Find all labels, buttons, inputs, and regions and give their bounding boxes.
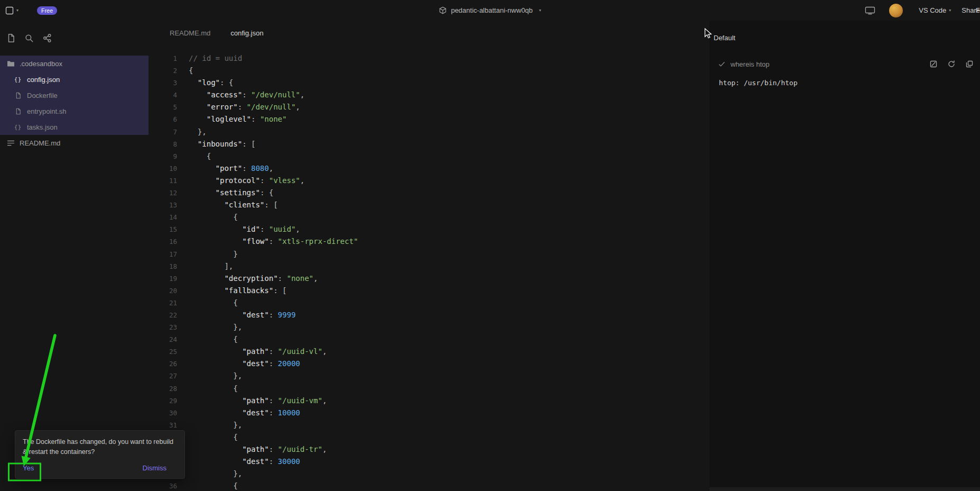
line-number: 10 [149,162,177,175]
sandbox-cube-icon [439,6,447,14]
code-line[interactable]: 32 { [149,431,709,443]
chevron-down-icon: ▾ [16,8,19,13]
line-number: 7 [149,126,177,138]
code-line[interactable]: 18 ], [149,260,709,272]
line-content: "id": "uuid", [177,223,300,235]
code-line[interactable]: 2{ [149,65,709,77]
workspace-menu-button[interactable]: ▾ [5,6,19,15]
vscode-button[interactable]: VS Code ▾ [919,6,951,14]
code-line[interactable]: 11 "protocol": "vless", [149,175,709,187]
preview-layout-icon[interactable] [865,6,875,15]
line-number: 28 [149,383,177,395]
line-content: { [177,431,238,443]
code-line[interactable]: 22 "dest": 9999 [149,309,709,321]
code-line[interactable]: 21 { [149,297,709,309]
code-line[interactable]: 31 }, [149,419,709,431]
line-content: "decryption": "none", [177,272,318,285]
line-content: { [177,297,238,309]
user-avatar[interactable] [889,4,903,17]
line-number: 29 [149,395,177,407]
line-number: 4 [149,89,177,101]
code-line[interactable]: 4 "access": "/dev/null", [149,89,709,101]
line-content: "settings": { [177,187,273,199]
line-content: }, [177,419,242,431]
line-number: 31 [149,419,177,431]
yes-button[interactable]: Yes [23,464,34,472]
file-item-config-json[interactable]: {}config.json [0,71,149,87]
file-item-tasks-json[interactable]: {}tasks.json [0,119,149,135]
code-line[interactable]: 33 "path": "/uuid-tr", [149,443,709,456]
fork-button[interactable]: Fork [976,6,980,14]
code-line[interactable]: 36 { [149,480,709,491]
file-item-dockerfile[interactable]: Dockerfile [0,87,149,103]
code-line[interactable]: 1// id = uuid [149,52,709,65]
line-number: 3 [149,77,177,89]
code-line[interactable]: 15 "id": "uuid", [149,223,709,235]
code-line[interactable]: 30 "dest": 10000 [149,407,709,419]
file-item-readme-md[interactable]: README.md [0,135,149,151]
line-number: 17 [149,248,177,260]
code-line[interactable]: 10 "port": 8080, [149,162,709,175]
search-icon[interactable] [24,33,34,43]
code-line[interactable]: 27 }, [149,370,709,382]
code-line[interactable]: 28 { [149,383,709,395]
code-editor[interactable]: 1// id = uuid2{3 "log": {4 "access": "/d… [149,45,709,491]
dismiss-button[interactable]: Dismiss [143,464,167,472]
editor: README.mdconfig.json 1// id = uuid2{3 "l… [149,21,709,491]
line-content: { [177,383,238,395]
file-item-codesandbox[interactable]: .codesandbox [0,56,149,71]
file-item-entrypoint-sh[interactable]: entrypoint.sh [0,103,149,119]
code-line[interactable]: 19 "decryption": "none", [149,272,709,285]
line-number: 24 [149,333,177,345]
toast-message: The Dockerfile has changed, do you want … [23,437,177,457]
sidebar: .codesandbox{}config.jsonDockerfileentry… [0,21,149,491]
line-number: 30 [149,407,177,419]
code-line[interactable]: 5 "error": "/dev/null", [149,101,709,113]
file-name: entrypoint.sh [27,107,66,115]
devtools-panel: Default whereis htop htop: /usr/bin/htop [709,21,980,491]
code-line[interactable]: 7 }, [149,126,709,138]
code-line[interactable]: 9 { [149,150,709,162]
code-line[interactable]: 26 "dest": 20000 [149,358,709,370]
line-content: "flow": "xtls-rprx-direct" [177,235,358,248]
line-content: "dest": 20000 [177,358,300,370]
devtools-tab-default[interactable]: Default [714,34,735,42]
code-line[interactable]: 34 "dest": 30000 [149,456,709,468]
line-content: "dest": 30000 [177,456,300,468]
code-line[interactable]: 8 "inbounds": [ [149,138,709,150]
code-line[interactable]: 12 "settings": { [149,187,709,199]
markdown-icon [6,139,15,147]
code-line[interactable]: 16 "flow": "xtls-rprx-direct" [149,235,709,248]
code-line[interactable]: 17 } [149,248,709,260]
clear-icon[interactable] [929,59,939,69]
line-number: 20 [149,285,177,297]
line-number: 13 [149,199,177,211]
line-content: "port": 8080, [177,162,273,175]
tab-config-json[interactable]: config.json [225,21,269,45]
code-line[interactable]: 20 "fallbacks": [ [149,285,709,297]
free-plan-badge[interactable]: Free [37,6,57,15]
line-content: }, [177,370,242,382]
code-line[interactable]: 6 "loglevel": "none" [149,113,709,125]
restart-icon[interactable] [947,59,957,69]
braces-icon: {} [14,123,22,131]
code-line[interactable]: 13 "clients": [ [149,199,709,211]
code-line[interactable]: 35 }, [149,468,709,480]
share-nodes-icon[interactable] [42,33,52,43]
code-line[interactable]: 24 { [149,333,709,345]
line-number: 11 [149,175,177,187]
project-switcher[interactable]: pedantic-albattani-nww0qb ▾ [439,0,541,21]
explorer-icon[interactable] [6,33,16,43]
code-line[interactable]: 25 "path": "/uuid-vl", [149,345,709,358]
task-row[interactable]: whereis htop [709,54,980,74]
code-line[interactable]: 14 { [149,211,709,223]
line-number: 19 [149,272,177,285]
code-line[interactable]: 3 "log": { [149,77,709,89]
code-line[interactable]: 29 "path": "/uuid-vm", [149,395,709,407]
line-number: 14 [149,211,177,223]
split-icon[interactable] [965,59,975,69]
line-content: ], [177,260,233,272]
tab-readme-md[interactable]: README.md [164,21,216,45]
code-line[interactable]: 23 }, [149,321,709,333]
line-content: "error": "/dev/null", [177,101,300,113]
